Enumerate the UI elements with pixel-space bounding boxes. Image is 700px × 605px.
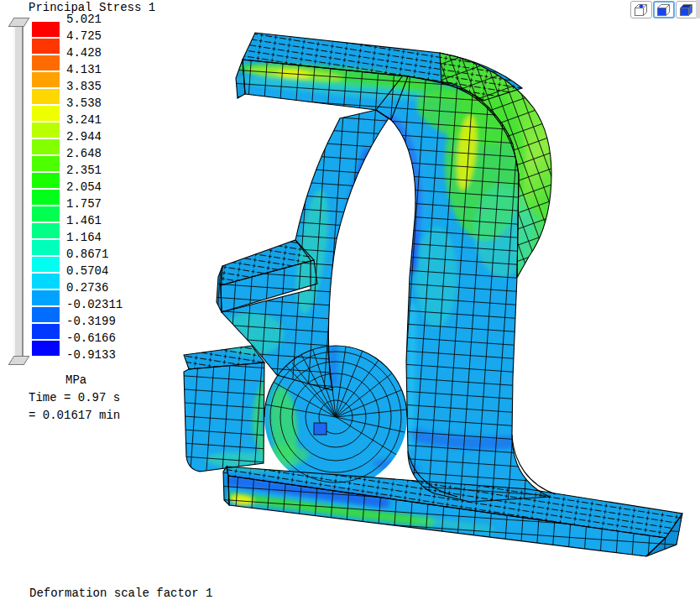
legend-color-band	[32, 206, 60, 222]
legend-value: 4.428	[66, 46, 102, 60]
legend-color-band	[32, 123, 60, 138]
legend-range-track[interactable]	[13, 25, 24, 359]
legend-color-band	[32, 274, 60, 289]
cube-front-face-view-icon	[656, 3, 671, 17]
legend-value: -0.02311	[66, 298, 123, 312]
legend-color-band	[32, 72, 60, 87]
legend-value: -0.9133	[66, 348, 116, 362]
cube-front-face-view-button[interactable]	[653, 1, 675, 18]
legend-value: 5.021	[66, 13, 102, 27]
mesh-lines	[168, 21, 700, 571]
legend-color-band	[32, 257, 60, 272]
legend-value: 2.351	[66, 164, 102, 178]
legend-color-band	[32, 223, 60, 238]
legend-color-band	[32, 156, 60, 171]
legend-value: 2.648	[66, 147, 102, 161]
legend-color-band	[32, 307, 60, 322]
legend-color-band	[32, 22, 60, 37]
legend-value: 2.944	[66, 130, 102, 144]
cube-vertex-view-icon	[634, 3, 649, 17]
boss-center-marker	[314, 423, 326, 435]
legend-value: 1.757	[66, 197, 102, 211]
legend-value: 0.2736	[66, 281, 108, 295]
legend-color-band	[32, 324, 60, 339]
legend-value: 4.131	[66, 63, 102, 77]
legend-value: 1.461	[66, 214, 102, 228]
legend-time-minutes: = 0.01617 min	[29, 409, 120, 422]
legend-unit: MPa	[65, 373, 86, 387]
legend-color-band	[32, 190, 60, 205]
legend-value: 0.5704	[66, 264, 108, 279]
legend-value: 0.8671	[66, 248, 108, 262]
legend-color-band	[32, 55, 60, 70]
legend-value: 2.054	[66, 180, 102, 195]
legend-color-band	[32, 240, 60, 255]
legend-color-band	[32, 341, 60, 356]
cube-vertex-view-button[interactable]	[630, 1, 652, 18]
legend-value: 4.725	[66, 29, 102, 44]
legend-color-band	[32, 139, 60, 154]
legend-color-band	[32, 39, 60, 54]
legend-value: 1.164	[66, 231, 102, 245]
legend-color-band	[32, 290, 60, 305]
deformation-scale-status: Deformation scale factor 1	[29, 587, 212, 600]
legend-value: 3.241	[66, 113, 102, 128]
legend-color-band	[32, 106, 60, 121]
toolbar-edge-strip	[696, 0, 700, 18]
legend-value: -0.3199	[66, 315, 116, 329]
legend-value: 3.538	[66, 96, 102, 111]
legend-time-seconds: Time = 0.97 s	[29, 391, 120, 404]
cube-solid-view-icon	[679, 3, 694, 17]
legend-color-band	[32, 89, 60, 104]
fea-postprocessor-window: Principal Stress 1 5.0214.7254.4284.1313…	[0, 0, 700, 605]
legend-color-band	[32, 173, 60, 188]
legend-value: 3.835	[66, 80, 102, 94]
cube-solid-view-button[interactable]	[676, 1, 697, 18]
legend-value: -0.6166	[66, 331, 116, 346]
